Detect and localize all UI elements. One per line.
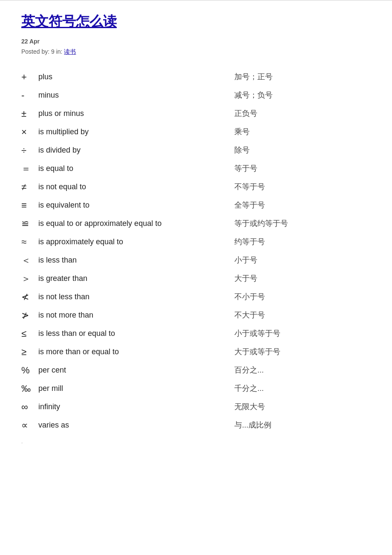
english-cell: is more than or equal to <box>38 343 234 361</box>
english-cell: is multiplied by <box>38 123 234 141</box>
symbol-cell: ≮ <box>21 288 38 306</box>
table-row: ＞is greater than大于号 <box>21 269 371 288</box>
chinese-cell: 不大于号 <box>234 306 371 324</box>
chinese-cell: 不小于号 <box>234 288 371 306</box>
table-row: ≤is less than or equal to小于或等于号 <box>21 324 371 343</box>
table-row: -minus减号；负号 <box>21 86 371 104</box>
symbol-cell: ≌ <box>21 214 38 233</box>
chinese-cell: 正负号 <box>234 104 371 123</box>
symbol-cell: ＝ <box>21 159 38 178</box>
english-cell: is approximately equal to <box>38 233 234 251</box>
chinese-cell: 与...成比例 <box>234 416 371 434</box>
table-row: ≥is more than or equal to大于或等于号 <box>21 343 371 361</box>
english-cell: is equivalent to <box>38 196 234 214</box>
table-row: ＜is less than小于号 <box>21 251 371 269</box>
chinese-cell: 等于或约等于号 <box>234 214 371 233</box>
table-row: ∞infinity无限大号 <box>21 398 371 416</box>
table-row: ×is multiplied by乘号 <box>21 123 371 141</box>
table-row: ±plus or minus正负号 <box>21 104 371 123</box>
english-cell: is equal to or approximately equal to <box>38 214 234 233</box>
dot-footer: . <box>21 439 371 445</box>
table-row: %per cent百分之... <box>21 361 371 379</box>
symbol-cell: ‰ <box>21 379 38 398</box>
symbol-cell: ≡ <box>21 196 38 214</box>
table-row: ≮is not less than不小于号 <box>21 288 371 306</box>
posted-by: Posted by: 9 in: 读书 <box>21 48 371 56</box>
chinese-cell: 小于或等于号 <box>234 324 371 343</box>
chinese-cell: 千分之... <box>234 379 371 398</box>
english-cell: is not equal to <box>38 178 234 196</box>
english-cell: is not less than <box>38 288 234 306</box>
symbol-cell: ± <box>21 104 38 123</box>
chinese-cell: 等于号 <box>234 159 371 178</box>
english-cell: plus <box>38 68 234 86</box>
posted-by-link[interactable]: 读书 <box>64 48 76 55</box>
chinese-cell: 减号；负号 <box>234 86 371 104</box>
english-cell: plus or minus <box>38 104 234 123</box>
table-row: ÷is divided by除号 <box>21 141 371 159</box>
symbol-cell: ∝ <box>21 416 38 434</box>
english-cell: is less than <box>38 251 234 269</box>
chinese-cell: 乘号 <box>234 123 371 141</box>
symbol-cell: × <box>21 123 38 141</box>
english-cell: per cent <box>38 361 234 379</box>
chinese-cell: 约等于号 <box>234 233 371 251</box>
symbol-cell: ≤ <box>21 324 38 343</box>
symbol-cell: + <box>21 68 38 86</box>
symbol-cell: ＜ <box>21 251 38 269</box>
english-cell: varies as <box>38 416 234 434</box>
date-line: 22 Apr <box>21 38 371 45</box>
chinese-cell: 无限大号 <box>234 398 371 416</box>
chinese-cell: 加号；正号 <box>234 68 371 86</box>
table-row: ≠is not equal to不等于号 <box>21 178 371 196</box>
symbol-cell: ＞ <box>21 269 38 288</box>
chinese-cell: 小于号 <box>234 251 371 269</box>
english-cell: minus <box>38 86 234 104</box>
chinese-cell: 大于号 <box>234 269 371 288</box>
table-row: ≌is equal to or approximately equal to等于… <box>21 214 371 233</box>
english-cell: infinity <box>38 398 234 416</box>
english-cell: is divided by <box>38 141 234 159</box>
symbol-table: +plus加号；正号-minus减号；负号±plus or minus正负号×i… <box>21 68 371 434</box>
english-cell: is greater than <box>38 269 234 288</box>
page-container: 英文符号怎么读 22 Apr Posted by: 9 in: 读书 +plus… <box>0 8 392 462</box>
table-row: ≯is not more than不大于号 <box>21 306 371 324</box>
chinese-cell: 不等于号 <box>234 178 371 196</box>
chinese-cell: 全等于号 <box>234 196 371 214</box>
english-cell: is equal to <box>38 159 234 178</box>
symbol-cell: % <box>21 361 38 379</box>
chinese-cell: 百分之... <box>234 361 371 379</box>
symbol-cell: ≯ <box>21 306 38 324</box>
posted-by-prefix: Posted by: 9 in: <box>21 48 63 55</box>
symbol-cell: ÷ <box>21 141 38 159</box>
english-cell: per mill <box>38 379 234 398</box>
english-cell: is not more than <box>38 306 234 324</box>
symbol-cell: ≈ <box>21 233 38 251</box>
top-border <box>0 0 392 0</box>
table-row: ≈is approximately equal to约等于号 <box>21 233 371 251</box>
table-row: ‰per mill千分之... <box>21 379 371 398</box>
table-row: ＝is equal to等于号 <box>21 159 371 178</box>
chinese-cell: 大于或等于号 <box>234 343 371 361</box>
symbol-cell: ≠ <box>21 178 38 196</box>
symbol-cell: ∞ <box>21 398 38 416</box>
table-row: ≡is equivalent to全等于号 <box>21 196 371 214</box>
page-title[interactable]: 英文符号怎么读 <box>21 12 371 31</box>
english-cell: is less than or equal to <box>38 324 234 343</box>
table-row: +plus加号；正号 <box>21 68 371 86</box>
symbol-cell: ≥ <box>21 343 38 361</box>
table-row: ∝varies as与...成比例 <box>21 416 371 434</box>
symbol-cell: - <box>21 86 38 104</box>
chinese-cell: 除号 <box>234 141 371 159</box>
